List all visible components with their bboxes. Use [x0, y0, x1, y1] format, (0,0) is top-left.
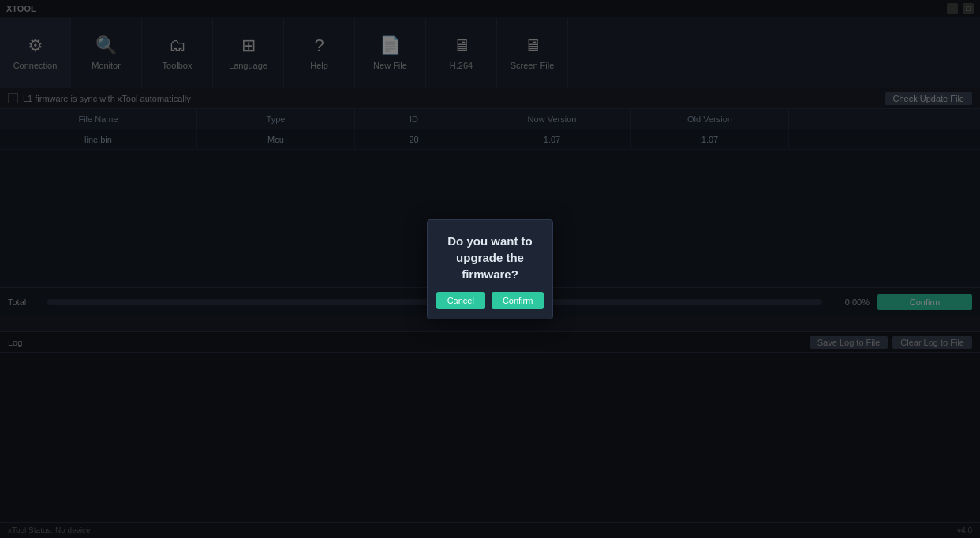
upgrade-dialog: Do you want to upgrade the firmware? Can… [427, 219, 553, 319]
modal-confirm-button[interactable]: Confirm [492, 292, 544, 309]
modal-cancel-button[interactable]: Cancel [436, 292, 485, 309]
modal-message: Do you want to upgrade the firmware? [439, 233, 541, 282]
modal-overlay: Do you want to upgrade the firmware? Can… [0, 0, 980, 538]
modal-buttons: Cancel Confirm [439, 292, 541, 309]
